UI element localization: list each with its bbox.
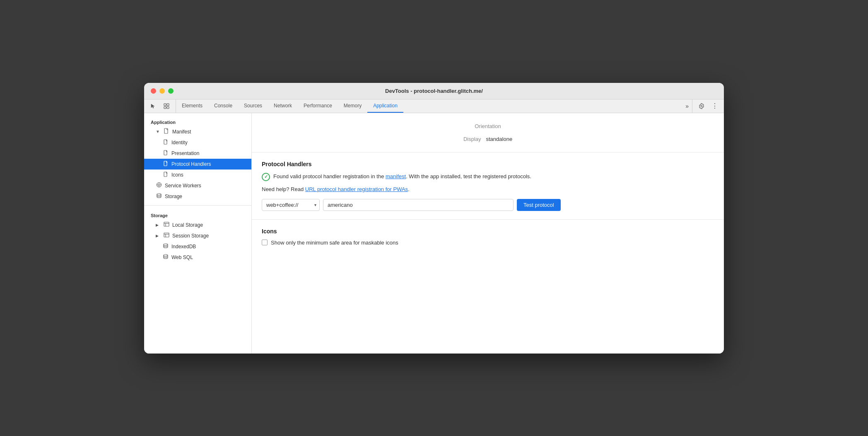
display-section: Orientation Display standalone [252,113,724,153]
tab-network[interactable]: Network [268,99,298,113]
sidebar-protocol-handlers-label: Protocol Handlers [171,161,211,167]
help-suffix: . [408,186,410,192]
sidebar-session-storage-label: Session Storage [172,233,209,239]
sidebar-item-identity[interactable]: Identity [144,137,251,148]
minimize-button[interactable] [159,88,165,94]
sidebar-manifest-label: Manifest [172,129,191,135]
svg-rect-3 [167,107,169,109]
sidebar-service-workers-label: Service Workers [165,183,201,189]
sidebar-item-presentation[interactable]: Presentation [144,148,251,159]
tab-performance[interactable]: Performance [298,99,338,113]
display-key: Display [463,136,481,142]
tab-sources[interactable]: Sources [238,99,268,113]
sidebar-item-indexeddb[interactable]: IndexedDB [144,241,251,252]
window-controls [151,88,174,94]
sidebar-indexeddb-label: IndexedDB [171,244,196,249]
sidebar-divider [144,205,251,206]
main-area: Application ▼ Manifest [144,113,724,354]
close-button[interactable] [151,88,156,94]
toolbar-actions: ⋮ [692,99,724,113]
storage-icon [156,193,162,200]
settings-icon[interactable] [696,100,707,112]
sidebar-item-protocol-handlers[interactable]: Protocol Handlers [144,159,251,170]
protocol-message: ✓ Found valid protocol handler registrat… [262,172,714,181]
sidebar-identity-label: Identity [171,140,188,145]
orientation-row: Orientation [262,120,714,136]
svg-point-16 [157,194,161,195]
svg-rect-1 [164,107,166,109]
titlebar: DevTools - protocol-handler.glitch.me/ [144,83,724,99]
maskable-icons-row: Show only the minimum safe area for mask… [262,240,714,246]
maskable-icons-checkbox[interactable] [262,240,268,245]
identity-file-icon [162,139,169,146]
inspect-icon[interactable] [161,100,172,112]
more-tabs-button[interactable]: » [682,99,692,113]
orientation-label: Orientation [475,123,501,129]
sidebar-icons-label: Icons [171,172,183,178]
sidebar-item-session-storage[interactable]: ▶ Session Storage [144,230,251,241]
svg-point-11 [158,184,160,186]
svg-rect-20 [164,233,169,237]
storage-group-label: Storage [144,209,251,220]
session-storage-icon [163,233,170,239]
protocol-handlers-section: Protocol Handlers ✓ Found valid protocol… [252,153,724,220]
cursor-icon[interactable] [147,100,159,112]
help-prefix: Need help? Read [262,186,305,192]
toolbar: Elements Console Sources Network Perform… [144,99,724,113]
protocol-file-icon [162,161,169,167]
sidebar-item-web-sql[interactable]: Web SQL [144,252,251,263]
icons-title: Icons [262,228,714,235]
check-message-prefix: Found valid protocol handler registratio… [273,173,386,179]
content-area: Orientation Display standalone Protocol … [252,113,724,354]
manifest-arrow-icon: ▼ [156,129,161,134]
icons-file-icon [162,172,169,178]
tab-memory[interactable]: Memory [338,99,367,113]
sidebar-item-service-workers[interactable]: Service Workers [144,180,251,191]
protocol-select[interactable]: web+coffee:// [262,199,320,211]
more-options-icon[interactable]: ⋮ [709,100,721,112]
display-row: Display standalone [262,136,714,145]
protocol-select-wrapper: web+coffee:// ▾ [262,199,320,211]
maximize-button[interactable] [168,88,174,94]
display-value: standalone [486,136,513,142]
tab-elements[interactable]: Elements [176,99,208,113]
manifest-link[interactable]: manifest [386,173,406,179]
tab-console[interactable]: Console [208,99,238,113]
sidebar-web-sql-label: Web SQL [171,254,193,260]
svg-point-4 [701,105,702,107]
svg-point-23 [164,244,168,245]
svg-rect-17 [164,222,169,226]
sidebar-item-storage[interactable]: Storage [144,191,251,202]
local-storage-arrow-icon: ▶ [156,223,161,227]
help-link[interactable]: URL protocol handler registration for PW… [305,186,408,192]
icons-section: Icons Show only the minimum safe area fo… [252,220,724,254]
test-protocol-button[interactable]: Test protocol [517,199,561,211]
sidebar-local-storage-label: Local Storage [172,222,203,228]
svg-rect-5 [164,128,168,133]
presentation-file-icon [162,150,169,157]
svg-point-24 [164,254,168,256]
toolbar-icons [144,99,176,113]
protocol-input-row: web+coffee:// ▾ Test protocol [262,199,714,211]
svg-rect-0 [164,104,166,106]
tabs: Elements Console Sources Network Perform… [176,99,682,113]
sidebar-application-label: Application [144,116,251,126]
manifest-file-icon [163,128,170,135]
indexeddb-icon [162,243,169,250]
sidebar: Application ▼ Manifest [144,113,252,354]
sidebar-item-manifest[interactable]: ▼ Manifest [144,126,251,137]
svg-rect-2 [167,104,169,106]
help-row: Need help? Read URL protocol handler reg… [262,186,714,192]
tab-application[interactable]: Application [367,99,403,113]
devtools-window: DevTools - protocol-handler.glitch.me/ E… [144,83,724,354]
protocol-text-input[interactable] [323,199,514,211]
sidebar-storage-label: Storage [165,194,182,199]
check-message-suffix: . With the app installed, test the regis… [406,173,531,179]
service-workers-icon [156,182,162,189]
session-storage-arrow-icon: ▶ [156,234,161,238]
sidebar-item-icons[interactable]: Icons [144,170,251,180]
sidebar-item-local-storage[interactable]: ▶ Local Storage [144,220,251,230]
web-sql-icon [162,254,169,261]
maskable-icons-label: Show only the minimum safe area for mask… [271,240,398,246]
protocol-handlers-title: Protocol Handlers [262,161,714,167]
